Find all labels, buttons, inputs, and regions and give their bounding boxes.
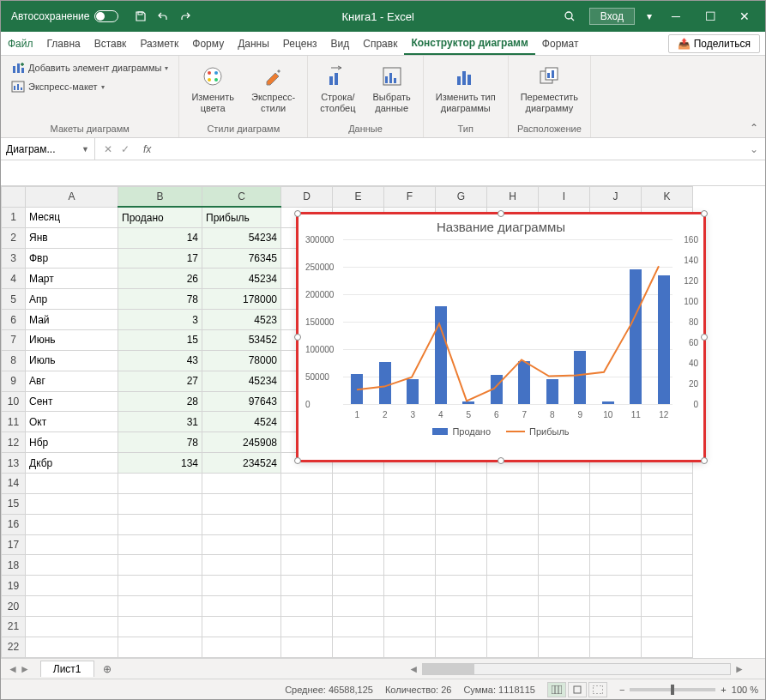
name-box[interactable]: Диаграм... ▼ — [1, 138, 95, 160]
row-header[interactable]: 4 — [2, 269, 26, 289]
row-header[interactable]: 2 — [2, 227, 26, 248]
cell[interactable] — [26, 493, 118, 514]
search-icon[interactable] — [555, 10, 584, 22]
zoom-out-icon[interactable]: − — [619, 685, 624, 695]
cell[interactable] — [281, 637, 333, 657]
cell[interactable] — [26, 617, 118, 637]
tab-format[interactable]: Формат — [535, 32, 586, 55]
cell[interactable] — [487, 534, 539, 555]
cell[interactable]: 15 — [118, 330, 202, 351]
tab-insert[interactable]: Вставк — [87, 32, 134, 55]
cell[interactable] — [118, 637, 202, 657]
cell[interactable]: 45234 — [202, 371, 281, 391]
ribbon-options-icon[interactable]: ▾ — [640, 10, 659, 22]
cell[interactable]: Май — [26, 310, 118, 330]
col-header[interactable]: I — [539, 187, 590, 208]
row-header[interactable]: 10 — [2, 391, 26, 412]
cell[interactable] — [384, 555, 436, 576]
cell[interactable]: 28 — [118, 391, 202, 412]
cell[interactable] — [26, 576, 118, 596]
cell[interactable]: Март — [26, 269, 118, 289]
cell[interactable] — [487, 514, 539, 534]
row-header[interactable]: 12 — [2, 432, 26, 453]
cell[interactable] — [118, 514, 202, 534]
col-header[interactable]: E — [333, 187, 384, 208]
cell[interactable] — [384, 596, 436, 617]
cell[interactable] — [26, 596, 118, 617]
cell[interactable] — [487, 617, 539, 637]
row-header[interactable]: 15 — [2, 493, 26, 514]
cell[interactable] — [384, 576, 436, 596]
cell[interactable] — [333, 637, 384, 657]
cell[interactable] — [539, 493, 590, 514]
cell[interactable] — [384, 617, 436, 637]
cell[interactable] — [539, 576, 590, 596]
add-chart-element-button[interactable]: Добавить элемент диаграммы ▾ — [8, 59, 172, 76]
cell[interactable] — [487, 596, 539, 617]
cell[interactable] — [436, 576, 487, 596]
minimize-button[interactable]: ─ — [659, 3, 693, 29]
cell[interactable] — [642, 493, 693, 514]
cell[interactable] — [281, 555, 333, 576]
resize-handle[interactable] — [294, 210, 301, 217]
cell[interactable] — [118, 534, 202, 555]
tab-data[interactable]: Данны — [231, 32, 276, 55]
cell[interactable]: Фвр — [26, 248, 118, 269]
cell[interactable]: 76345 — [202, 248, 281, 269]
cell[interactable] — [333, 493, 384, 514]
cell[interactable] — [436, 514, 487, 534]
cell[interactable] — [333, 514, 384, 534]
cell[interactable] — [384, 493, 436, 514]
cell[interactable] — [202, 637, 281, 657]
select-data-button[interactable]: Выбрать данные — [368, 59, 416, 118]
cell[interactable] — [436, 596, 487, 617]
cell[interactable]: 4524 — [202, 412, 281, 432]
view-normal-button[interactable] — [547, 682, 566, 697]
col-header[interactable]: K — [642, 187, 693, 208]
row-header[interactable]: 6 — [2, 310, 26, 330]
cell[interactable] — [642, 555, 693, 576]
cell[interactable] — [384, 514, 436, 534]
row-header[interactable]: 5 — [2, 289, 26, 310]
cell[interactable] — [487, 637, 539, 657]
scroll-right-icon[interactable]: ► — [731, 663, 748, 675]
cell[interactable] — [436, 534, 487, 555]
row-header[interactable]: 21 — [2, 617, 26, 637]
cell[interactable] — [539, 617, 590, 637]
col-header[interactable]: D — [281, 187, 333, 208]
autosave-toggle[interactable]: Автосохранение — [4, 10, 125, 22]
tab-view[interactable]: Вид — [324, 32, 357, 55]
save-icon[interactable] — [134, 9, 148, 23]
cell[interactable]: Прибыль — [202, 207, 281, 227]
cell[interactable] — [118, 474, 202, 494]
cell[interactable]: 53452 — [202, 330, 281, 351]
cell[interactable] — [202, 555, 281, 576]
row-header[interactable]: 18 — [2, 555, 26, 576]
fx-icon[interactable]: fx — [138, 143, 156, 155]
login-button[interactable]: Вход — [589, 8, 635, 25]
row-header[interactable]: 14 — [2, 474, 26, 494]
col-header[interactable]: B — [118, 187, 202, 208]
change-colors-button[interactable]: Изменить цвета — [186, 59, 239, 118]
redo-icon[interactable] — [178, 9, 192, 23]
expand-formula-icon[interactable]: ⌄ — [743, 143, 765, 155]
row-header[interactable]: 7 — [2, 330, 26, 351]
cell[interactable] — [333, 576, 384, 596]
resize-handle[interactable] — [701, 334, 708, 341]
move-chart-button[interactable]: Переместить диаграмму — [516, 59, 583, 118]
cell[interactable] — [590, 474, 642, 494]
cell[interactable] — [590, 493, 642, 514]
cell[interactable]: 17 — [118, 248, 202, 269]
zoom-in-icon[interactable]: + — [721, 685, 726, 695]
cell[interactable] — [384, 637, 436, 657]
cell[interactable] — [436, 637, 487, 657]
cell[interactable] — [487, 576, 539, 596]
view-page-break-button[interactable] — [588, 682, 607, 697]
zoom-control[interactable]: − + 100 % — [619, 685, 758, 695]
cell[interactable] — [642, 514, 693, 534]
prev-sheet-icon[interactable]: ◄ — [8, 663, 18, 675]
cell[interactable] — [539, 555, 590, 576]
cell[interactable] — [202, 596, 281, 617]
cell[interactable] — [590, 514, 642, 534]
add-sheet-button[interactable]: ⊕ — [94, 663, 120, 675]
